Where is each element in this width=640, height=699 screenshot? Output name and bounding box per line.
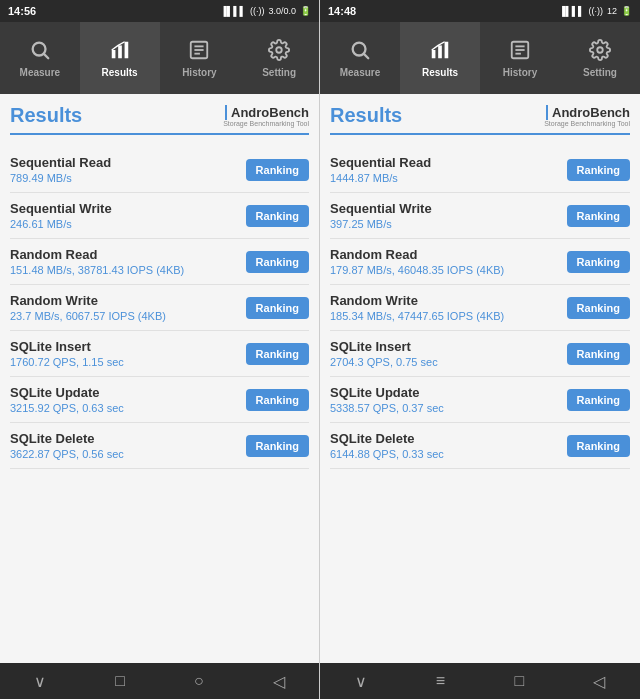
result-row: Sequential Write 397.25 MB/s Ranking	[330, 193, 630, 239]
results-icon	[109, 39, 131, 63]
result-value: 185.34 MB/s, 47447.65 IOPS (4KB)	[330, 310, 567, 322]
nav-item-results[interactable]: Results	[400, 22, 480, 94]
result-info: SQLite Update 5338.57 QPS, 0.37 sec	[330, 385, 567, 414]
result-row: Random Write 185.34 MB/s, 47447.65 IOPS …	[330, 285, 630, 331]
svg-point-9	[276, 47, 282, 53]
result-info: Random Read 179.87 MB/s, 46048.35 IOPS (…	[330, 247, 567, 276]
status-bar: 14:56 ▐▌▌▌ ((·)) 3.0/0.0 🔋	[0, 0, 319, 22]
bottom-btn-0[interactable]: ∨	[34, 672, 46, 691]
result-name: SQLite Insert	[330, 339, 567, 354]
nav-label-history: History	[182, 67, 216, 78]
nav-item-setting[interactable]: Setting	[239, 22, 319, 94]
svg-rect-14	[445, 41, 449, 58]
result-name: Random Read	[330, 247, 567, 262]
battery-info: 12	[607, 6, 617, 16]
bottom-btn-0[interactable]: ∨	[355, 672, 367, 691]
result-value: 5338.57 QPS, 0.37 sec	[330, 402, 567, 414]
result-row: Sequential Read 1444.87 MB/s Ranking	[330, 147, 630, 193]
nav-item-history[interactable]: History	[160, 22, 240, 94]
setting-icon	[268, 39, 290, 63]
result-value: 151.48 MB/s, 38781.43 IOPS (4KB)	[10, 264, 246, 276]
svg-point-19	[597, 47, 603, 53]
ranking-button[interactable]: Ranking	[246, 205, 309, 227]
bottom-btn-3[interactable]: ◁	[273, 672, 285, 691]
result-value: 179.87 MB/s, 46048.35 IOPS (4KB)	[330, 264, 567, 276]
ranking-button[interactable]: Ranking	[246, 297, 309, 319]
svg-rect-12	[432, 50, 436, 58]
bottom-btn-3[interactable]: ◁	[593, 672, 605, 691]
svg-rect-3	[118, 45, 122, 58]
result-name: Sequential Write	[10, 201, 246, 216]
ranking-button[interactable]: Ranking	[567, 297, 630, 319]
result-name: SQLite Update	[10, 385, 246, 400]
bottom-btn-2[interactable]: ○	[194, 672, 204, 690]
result-row: SQLite Update 3215.92 QPS, 0.63 sec Rank…	[10, 377, 309, 423]
measure-icon	[349, 39, 371, 63]
bottom-btn-2[interactable]: □	[514, 672, 524, 690]
result-info: Random Read 151.48 MB/s, 38781.43 IOPS (…	[10, 247, 246, 276]
ranking-button[interactable]: Ranking	[246, 343, 309, 365]
results-header: Results AndroBench Storage Benchmarking …	[330, 104, 630, 135]
results-icon	[429, 39, 451, 63]
result-name: Sequential Read	[10, 155, 246, 170]
ranking-button[interactable]: Ranking	[567, 389, 630, 411]
result-info: SQLite Insert 1760.72 QPS, 1.15 sec	[10, 339, 246, 368]
ranking-button[interactable]: Ranking	[246, 435, 309, 457]
result-value: 6144.88 QPS, 0.33 sec	[330, 448, 567, 460]
ranking-button[interactable]: Ranking	[567, 251, 630, 273]
brand-name: AndroBench	[546, 105, 630, 120]
result-value: 246.61 MB/s	[10, 218, 246, 230]
nav-label-results: Results	[102, 67, 138, 78]
result-name: SQLite Delete	[330, 431, 567, 446]
ranking-button[interactable]: Ranking	[246, 251, 309, 273]
bottom-btn-1[interactable]: □	[115, 672, 125, 690]
battery-icon: 🔋	[621, 6, 632, 16]
result-info: SQLite Insert 2704.3 QPS, 0.75 sec	[330, 339, 567, 368]
ranking-button[interactable]: Ranking	[567, 435, 630, 457]
status-time: 14:56	[8, 5, 36, 17]
signal-icon: ▐▌▌▌	[559, 6, 585, 16]
ranking-button[interactable]: Ranking	[246, 159, 309, 181]
result-info: Random Write 185.34 MB/s, 47447.65 IOPS …	[330, 293, 567, 322]
brand-logo: AndroBench Storage Benchmarking Tool	[223, 105, 309, 127]
results-title: Results	[10, 104, 82, 127]
nav-item-measure[interactable]: Measure	[0, 22, 80, 94]
nav-item-setting[interactable]: Setting	[560, 22, 640, 94]
nav-label-history: History	[503, 67, 537, 78]
bottom-btn-1[interactable]: ≡	[436, 672, 445, 690]
history-icon	[509, 39, 531, 63]
battery-icon: 🔋	[300, 6, 311, 16]
brand-sub: Storage Benchmarking Tool	[223, 120, 309, 127]
svg-line-11	[364, 54, 368, 58]
wifi-icon: ((·))	[250, 6, 265, 16]
nav-label-setting: Setting	[583, 67, 617, 78]
ranking-button[interactable]: Ranking	[567, 343, 630, 365]
result-row: SQLite Delete 3622.87 QPS, 0.56 sec Rank…	[10, 423, 309, 469]
ranking-button[interactable]: Ranking	[567, 159, 630, 181]
setting-icon	[589, 39, 611, 63]
result-value: 1444.87 MB/s	[330, 172, 567, 184]
wifi-icon: ((·))	[588, 6, 603, 16]
history-icon	[188, 39, 210, 63]
nav-item-results[interactable]: Results	[80, 22, 160, 94]
ranking-button[interactable]: Ranking	[567, 205, 630, 227]
nav-bar: Measure Results History Setting	[0, 22, 319, 94]
result-value: 2704.3 QPS, 0.75 sec	[330, 356, 567, 368]
result-info: Sequential Read 789.49 MB/s	[10, 155, 246, 184]
ranking-button[interactable]: Ranking	[246, 389, 309, 411]
result-row: SQLite Insert 1760.72 QPS, 1.15 sec Rank…	[10, 331, 309, 377]
result-value: 397.25 MB/s	[330, 218, 567, 230]
brand-logo: AndroBench Storage Benchmarking Tool	[544, 105, 630, 127]
brand-name: AndroBench	[225, 105, 309, 120]
nav-label-measure: Measure	[340, 67, 381, 78]
nav-bar: Measure Results History Setting	[320, 22, 640, 94]
nav-item-measure[interactable]: Measure	[320, 22, 400, 94]
result-info: SQLite Delete 6144.88 QPS, 0.33 sec	[330, 431, 567, 460]
svg-line-1	[44, 54, 48, 58]
result-row: SQLite Update 5338.57 QPS, 0.37 sec Rank…	[330, 377, 630, 423]
result-row: Random Read 179.87 MB/s, 46048.35 IOPS (…	[330, 239, 630, 285]
signal-icon: ▐▌▌▌	[220, 6, 246, 16]
result-name: SQLite Update	[330, 385, 567, 400]
result-info: Sequential Read 1444.87 MB/s	[330, 155, 567, 184]
nav-item-history[interactable]: History	[480, 22, 560, 94]
